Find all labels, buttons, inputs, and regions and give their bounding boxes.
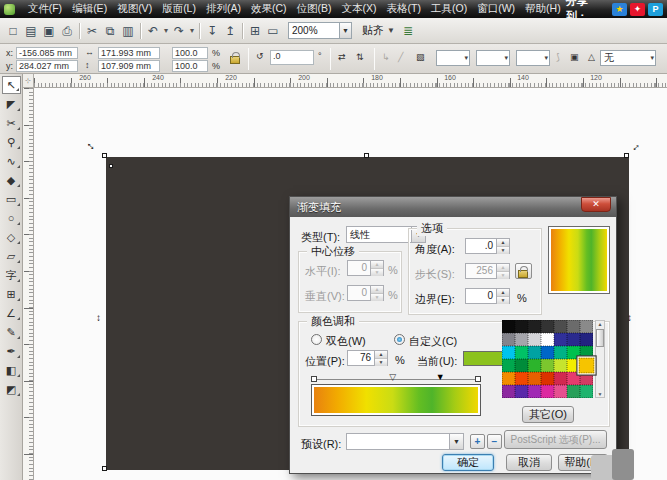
rectangle-tool[interactable]: ▭	[2, 190, 21, 208]
palette-swatch[interactable]	[541, 372, 554, 385]
current-color-swatch[interactable]	[463, 351, 503, 366]
palette-swatch[interactable]	[554, 359, 567, 372]
selection-handle-top-right[interactable]	[624, 153, 629, 158]
qzone-icon[interactable]: ★	[612, 3, 627, 16]
baidu-icon[interactable]: P	[648, 3, 663, 16]
new-button[interactable]: □	[4, 22, 22, 39]
position-field[interactable]: 76	[347, 350, 375, 366]
palette-swatch[interactable]	[528, 346, 541, 359]
palette-swatch[interactable]	[502, 372, 515, 385]
menu-item[interactable]: 窗口(W)	[472, 2, 520, 16]
eyedropper-tool[interactable]: ✎	[2, 323, 21, 341]
palette-swatch[interactable]	[515, 346, 528, 359]
close-icon[interactable]: ✕	[581, 197, 611, 212]
palette-swatch[interactable]	[515, 320, 528, 333]
palette-swatch[interactable]	[554, 372, 567, 385]
separator[interactable]	[196, 22, 203, 40]
zoom-tool[interactable]: ⚲	[2, 133, 21, 151]
palette-swatch[interactable]	[567, 333, 580, 346]
remove-preset-button[interactable]: −	[487, 434, 502, 449]
horizontal-ruler[interactable]: 260240220200180160140120	[34, 74, 667, 88]
gradient-stop-start[interactable]	[311, 376, 317, 382]
cancel-button[interactable]: 取消	[506, 454, 552, 471]
palette-swatch[interactable]	[528, 385, 541, 398]
menu-item[interactable]: 排列(A)	[201, 2, 246, 16]
redo-button[interactable]: ↷	[170, 22, 188, 39]
open-button[interactable]: ▤	[22, 22, 40, 39]
scroll-up-icon[interactable]: ▲	[596, 321, 604, 327]
pick-tool[interactable]: ↖	[2, 76, 21, 94]
rotation-angle-field[interactable]: .0	[270, 50, 314, 65]
menu-item[interactable]: 工具(O)	[426, 2, 472, 16]
steps-lock-button[interactable]	[515, 263, 532, 279]
palette-swatch[interactable]	[567, 385, 580, 398]
chevron-down-icon[interactable]: ▼	[339, 23, 351, 38]
menu-item[interactable]: 文本(X)	[337, 2, 382, 16]
palette-swatch[interactable]	[580, 385, 593, 398]
end-arrow-combo[interactable]	[516, 50, 550, 66]
scroll-down-icon[interactable]: ▼	[596, 391, 604, 397]
palette-swatch[interactable]	[567, 320, 580, 333]
palette-swatch[interactable]	[541, 333, 554, 346]
separator[interactable]	[76, 22, 83, 40]
palette-swatch[interactable]	[541, 346, 554, 359]
palette-swatch[interactable]	[515, 372, 528, 385]
redo-dropdown[interactable]: ▾	[188, 22, 196, 39]
palette-swatch[interactable]	[515, 359, 528, 372]
basic-shapes-tool[interactable]: ▱	[2, 247, 21, 265]
welcome-screen-button[interactable]: ▭	[264, 22, 282, 39]
palette-swatch[interactable]	[528, 333, 541, 346]
text-tool[interactable]: 字	[2, 266, 21, 284]
cut-button[interactable]: ✂	[83, 22, 101, 39]
palette-swatch[interactable]	[502, 385, 515, 398]
y-position-field[interactable]: 284.027 mm	[16, 60, 78, 72]
palette-swatch[interactable]	[567, 372, 580, 385]
line-style-combo[interactable]	[476, 50, 510, 66]
palette-swatch[interactable]	[554, 333, 567, 346]
presets-combo[interactable]: ▼	[346, 433, 464, 450]
outline-width-combo[interactable]: 无	[600, 50, 656, 66]
palette-swatch[interactable]	[579, 358, 595, 374]
menu-item[interactable]: 视图(V)	[112, 2, 157, 16]
edge-pad-field[interactable]: 0	[465, 288, 497, 304]
menu-item[interactable]: 位图(B)	[292, 2, 337, 16]
two-color-radio[interactable]	[311, 334, 322, 345]
palette-swatch[interactable]	[515, 385, 528, 398]
weibo-icon[interactable]: ✦	[630, 3, 645, 16]
scale-x-field[interactable]: 100.0	[172, 47, 208, 59]
smart-fill-tool[interactable]: ◆	[2, 171, 21, 189]
palette-swatch[interactable]	[502, 333, 515, 346]
object-width-field[interactable]: 171.993 mm	[98, 47, 160, 59]
palette-swatch[interactable]	[541, 320, 554, 333]
options-icon[interactable]: ≣	[403, 24, 413, 38]
chevron-down-icon[interactable]: ▼	[449, 434, 463, 449]
menu-item[interactable]: 版面(L)	[157, 2, 201, 16]
menu-item[interactable]: 表格(T)	[382, 2, 426, 16]
mirror-vertical-icon[interactable]: ⇅	[356, 52, 364, 62]
palette-swatch[interactable]	[541, 385, 554, 398]
selection-handle-top-left[interactable]	[102, 153, 107, 158]
custom-radio[interactable]	[394, 334, 405, 345]
dialog-title[interactable]: 渐变填充	[290, 197, 616, 217]
other-color-button[interactable]: 其它(O)	[522, 406, 574, 423]
x-position-field[interactable]: -156.085 mm	[16, 47, 78, 59]
edge-spinner[interactable]: ▲▼	[497, 288, 510, 304]
ok-button[interactable]: 确定	[442, 454, 494, 471]
lock-ratio-icon[interactable]	[230, 56, 240, 64]
mirror-horizontal-icon[interactable]: ⇄	[338, 52, 346, 62]
outline-pen-tool[interactable]: ✒	[2, 342, 21, 360]
paste-button[interactable]: ▥	[119, 22, 137, 39]
gradient-stop-mid[interactable]: ▽	[389, 372, 396, 382]
palette-swatch[interactable]	[554, 346, 567, 359]
scale-y-field[interactable]: 100.0	[172, 60, 208, 72]
crop-tool[interactable]: ✂	[2, 114, 21, 132]
palette-swatch[interactable]	[528, 372, 541, 385]
selection-handle-bottom-left[interactable]	[102, 466, 107, 471]
undo-button[interactable]: ↶	[144, 22, 162, 39]
menu-item[interactable]: 文件(F)	[23, 2, 67, 16]
gradient-strip[interactable]	[311, 384, 481, 416]
ellipse-tool[interactable]: ○	[2, 209, 21, 227]
save-button[interactable]: ▣	[40, 22, 58, 39]
palette-swatch[interactable]	[502, 359, 515, 372]
palette-swatch[interactable]	[580, 320, 593, 333]
